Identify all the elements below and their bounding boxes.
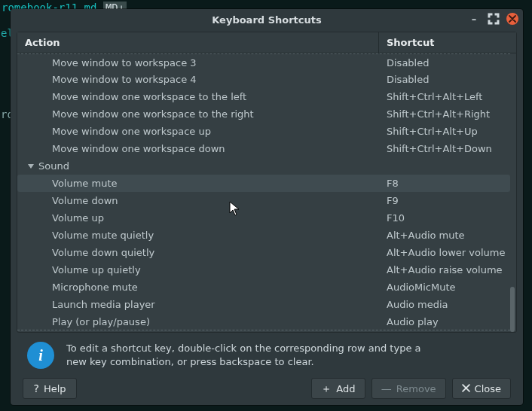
- column-header-shortcut[interactable]: Shortcut: [379, 32, 516, 53]
- keyboard-shortcuts-window: Keyboard Shortcuts – Action Shortcut Mov…: [11, 9, 523, 405]
- cell-shortcut: Alt+Audio lower volume: [379, 247, 510, 258]
- shortcut-row[interactable]: Volume up quietlyAlt+Audio raise volume: [17, 261, 510, 279]
- cell-action: Move window to workspace 4: [17, 74, 379, 85]
- cell-shortcut: AudioMicMute: [379, 282, 510, 293]
- help-icon: ?: [33, 383, 38, 394]
- cell-action: Volume mute: [17, 178, 379, 189]
- cell-action: Volume up quietly: [17, 264, 379, 276]
- shortcut-row[interactable]: Volume down quietlyAlt+Audio lower volum…: [17, 244, 510, 261]
- cell-shortcut: F9: [379, 195, 510, 206]
- shortcut-row[interactable]: Volume mute quietlyAlt+Audio mute: [17, 227, 510, 244]
- cell-action: Sound: [17, 160, 379, 172]
- cell-shortcut: Alt+Audio raise volume: [379, 264, 510, 276]
- shortcuts-table: Action Shortcut Move window to workspace…: [17, 32, 517, 333]
- close-dialog-button[interactable]: Close: [452, 378, 511, 399]
- cell-shortcut: Shift+Ctrl+Alt+Up: [379, 126, 510, 137]
- cell-action: Play (or play/pause): [17, 316, 379, 327]
- minimize-button[interactable]: –: [467, 12, 481, 26]
- add-button[interactable]: ＋ Add: [311, 378, 365, 399]
- help-button[interactable]: ? Help: [23, 378, 77, 399]
- shortcut-row[interactable]: Play (or play/pause)Audio play: [17, 313, 510, 330]
- close-button[interactable]: [506, 13, 518, 25]
- cell-shortcut: Disabled: [379, 74, 510, 85]
- cell-action: Volume down quietly: [17, 247, 379, 258]
- cell-action: Move window to workspace 3: [17, 57, 379, 68]
- hint-text: To edit a shortcut key, double-click on …: [66, 342, 421, 368]
- cell-shortcut: Shift+Ctrl+Alt+Right: [379, 108, 510, 120]
- shortcut-row[interactable]: Volume upF10: [17, 209, 510, 227]
- cell-shortcut: Audio media: [379, 299, 510, 310]
- shortcut-row[interactable]: Move window one workspace upShift+Ctrl+A…: [17, 123, 510, 140]
- cell-shortcut: F10: [379, 212, 510, 224]
- cell-action: Move window one workspace to the right: [17, 108, 379, 120]
- cell-shortcut: Audio play: [379, 316, 510, 327]
- table-header: Action Shortcut: [17, 32, 516, 53]
- plus-icon: ＋: [321, 383, 332, 394]
- info-icon: i: [27, 342, 54, 369]
- minus-icon: —: [381, 383, 392, 394]
- shortcut-row[interactable]: Move window to workspace 3Disabled: [17, 53, 510, 71]
- cell-shortcut: F8: [379, 178, 510, 189]
- close-icon: [462, 383, 470, 394]
- shortcut-row[interactable]: Move window one workspace to the leftShi…: [17, 88, 510, 105]
- footer: ? Help ＋ Add — Remove Close: [17, 373, 517, 405]
- cell-action: Launch media player: [17, 299, 379, 310]
- cell-action: Move window one workspace to the left: [17, 91, 379, 102]
- shortcut-row[interactable]: Microphone muteAudioMicMute: [17, 279, 510, 296]
- cell-action: Microphone mute: [17, 282, 379, 293]
- shortcut-row[interactable]: Volume muteF8: [17, 175, 510, 192]
- cell-shortcut: Disabled: [379, 57, 510, 68]
- cell-action: Volume mute quietly: [17, 230, 379, 241]
- group-label: Sound: [38, 160, 69, 172]
- cell-action: Volume up: [17, 212, 379, 224]
- cell-action: Move window one workspace up: [17, 126, 379, 137]
- scrollbar-thumb[interactable]: [510, 287, 515, 332]
- titlebar: Keyboard Shortcuts –: [11, 9, 523, 30]
- cell-shortcut: Alt+Audio mute: [379, 230, 510, 241]
- maximize-button[interactable]: [487, 12, 500, 26]
- column-header-action[interactable]: Action: [17, 32, 379, 53]
- window-title: Keyboard Shortcuts: [212, 14, 321, 26]
- chevron-down-icon[interactable]: [28, 164, 34, 169]
- cell-shortcut: Shift+Ctrl+Alt+Down: [379, 143, 510, 154]
- cell-action: Volume down: [17, 195, 379, 206]
- shortcut-row[interactable]: Move window to workspace 4Disabled: [17, 71, 510, 88]
- cell-action: Move window one workspace down: [17, 143, 379, 154]
- shortcut-row[interactable]: Launch media playerAudio media: [17, 296, 510, 313]
- cell-shortcut: Shift+Ctrl+Alt+Left: [379, 91, 510, 102]
- shortcut-row[interactable]: Move window one workspace downShift+Ctrl…: [17, 140, 510, 157]
- shortcut-row[interactable]: Move window one workspace to the rightSh…: [17, 105, 510, 123]
- shortcut-row[interactable]: Volume downF9: [17, 192, 510, 209]
- hint-bar: i To edit a shortcut key, double-click o…: [17, 333, 517, 373]
- group-row[interactable]: Sound: [17, 157, 510, 175]
- remove-button[interactable]: — Remove: [371, 378, 446, 399]
